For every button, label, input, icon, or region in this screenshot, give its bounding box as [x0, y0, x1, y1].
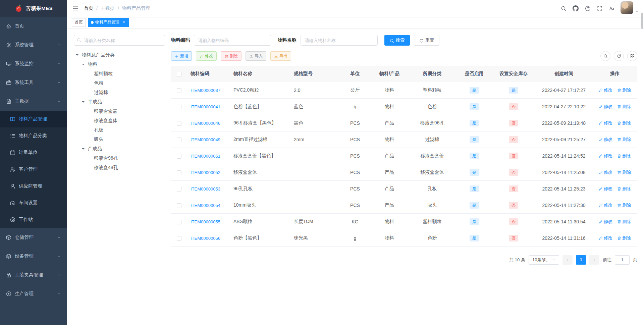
tree-node[interactable]: 半成品: [74, 97, 165, 107]
material-code-link[interactable]: ITEM00000041: [191, 104, 220, 109]
current-page-button[interactable]: 1: [576, 255, 586, 265]
row-edit-button[interactable]: 修改: [599, 137, 612, 143]
row-delete-button[interactable]: 删除: [617, 219, 631, 225]
github-link[interactable]: [570, 0, 582, 17]
row-edit-button[interactable]: 修改: [599, 186, 612, 192]
tree-node[interactable]: 塑料颗粒: [74, 69, 165, 78]
row-checkbox[interactable]: [177, 236, 181, 241]
row-edit-button[interactable]: 修改: [599, 219, 612, 225]
tree-node[interactable]: 移液盒盒体: [74, 116, 165, 125]
sidebar-item-system-tools[interactable]: 系统工具: [0, 73, 67, 92]
scrollbar-thumb[interactable]: [641, 13, 643, 29]
material-code-link[interactable]: ITEM00000046: [191, 121, 220, 126]
row-checkbox[interactable]: [177, 203, 181, 208]
category-search-input[interactable]: [74, 35, 165, 46]
fullscreen-button[interactable]: [594, 0, 606, 17]
row-delete-button[interactable]: 删除: [617, 169, 631, 175]
row-edit-button[interactable]: 修改: [599, 120, 612, 126]
row-checkbox[interactable]: [177, 138, 181, 142]
font-size-button[interactable]: [606, 0, 618, 17]
material-code-link[interactable]: ITEM00000049: [191, 137, 220, 142]
material-code-link[interactable]: ITEM00000055: [191, 219, 220, 224]
edit-button[interactable]: 修改: [196, 51, 217, 61]
row-checkbox[interactable]: [177, 105, 181, 109]
add-button[interactable]: 新增: [171, 51, 192, 61]
sidebar-item-system-management[interactable]: 系统管理: [0, 36, 67, 54]
breadcrumb-item[interactable]: 首页: [84, 5, 93, 11]
material-code-link[interactable]: ITEM00000053: [191, 186, 220, 192]
row-checkbox[interactable]: [177, 154, 181, 159]
sidebar-item-home[interactable]: 首页: [0, 17, 67, 36]
sidebar-item-material-product-category[interactable]: 物料产品分类: [0, 127, 67, 144]
tree-node[interactable]: 过滤棉: [74, 88, 165, 97]
sidebar-item-master-data[interactable]: 主数据: [0, 92, 67, 111]
next-page-button[interactable]: [589, 255, 599, 265]
prev-page-button[interactable]: [562, 255, 573, 265]
code-filter-input[interactable]: [194, 35, 271, 46]
tab-material-product-management[interactable]: 物料产品管理×: [88, 18, 129, 27]
row-delete-button[interactable]: 删除: [617, 202, 631, 208]
row-edit-button[interactable]: 修改: [599, 235, 612, 241]
sidebar-item-workstation[interactable]: 工作站: [0, 211, 67, 228]
tree-node[interactable]: 物料及产品分类: [74, 50, 165, 60]
user-menu[interactable]: [621, 1, 639, 15]
sidebar-item-fixture-management[interactable]: 工装夹具管理: [0, 266, 67, 284]
tree-node[interactable]: 移液盒盒盖: [74, 107, 165, 116]
row-delete-button[interactable]: 删除: [617, 153, 631, 159]
reset-button[interactable]: 重置: [414, 35, 439, 46]
row-checkbox[interactable]: [177, 121, 181, 126]
goto-page-input[interactable]: [615, 255, 630, 265]
tree-node[interactable]: 移液盒48孔: [74, 163, 165, 172]
tree-node[interactable]: 吸头: [74, 135, 165, 144]
row-checkbox[interactable]: [177, 170, 181, 175]
material-code-link[interactable]: ITEM00000054: [191, 203, 220, 208]
material-code-link[interactable]: ITEM00000056: [191, 236, 220, 241]
row-checkbox[interactable]: [177, 187, 181, 192]
row-delete-button[interactable]: 删除: [617, 104, 631, 110]
sidebar-item-material-product-management[interactable]: 物料产品管理: [0, 111, 67, 127]
search-button[interactable]: 搜索: [384, 35, 410, 46]
sidebar-item-supplier-management[interactable]: 供应商管理: [0, 178, 67, 195]
row-delete-button[interactable]: 删除: [617, 186, 631, 192]
tree-node[interactable]: 移液盒96孔: [74, 154, 165, 163]
export-button[interactable]: 导出: [270, 51, 291, 61]
sidebar-item-customer-management[interactable]: 客户管理: [0, 161, 67, 178]
tree-node[interactable]: 产成品: [74, 144, 165, 154]
material-code-link[interactable]: ITEM00000037: [191, 88, 220, 93]
row-edit-button[interactable]: 修改: [599, 104, 612, 110]
import-button[interactable]: 导入: [246, 51, 266, 61]
sidebar-toggle-button[interactable]: [72, 5, 78, 11]
row-delete-button[interactable]: 删除: [617, 87, 631, 93]
header-search-button[interactable]: [557, 0, 570, 17]
tab-home[interactable]: 首页: [72, 18, 86, 27]
select-all-checkbox[interactable]: [177, 72, 181, 76]
row-delete-button[interactable]: 删除: [617, 235, 631, 241]
sidebar-item-warehouse-management[interactable]: 仓储管理: [0, 228, 67, 247]
sidebar-item-equipment-management[interactable]: 设备管理: [0, 247, 67, 266]
sidebar-item-production-management[interactable]: 生产管理: [0, 284, 67, 303]
tree-node[interactable]: 色粉: [74, 78, 165, 88]
page-size-select[interactable]: 10条/页: [529, 255, 559, 265]
sidebar-item-measurement-unit[interactable]: 计量单位: [0, 144, 67, 161]
row-edit-button[interactable]: 修改: [599, 202, 612, 208]
row-edit-button[interactable]: 修改: [599, 153, 612, 159]
tree-node[interactable]: 物料: [74, 60, 165, 69]
column-settings-button[interactable]: [627, 51, 637, 61]
material-code-link[interactable]: ITEM00000052: [191, 170, 220, 175]
tree-node[interactable]: 孔板: [74, 125, 165, 135]
sidebar-item-system-monitor[interactable]: 系统监控: [0, 54, 67, 73]
name-filter-input[interactable]: [301, 35, 378, 46]
help-button[interactable]: [582, 0, 594, 17]
row-edit-button[interactable]: 修改: [599, 169, 612, 175]
delete-button[interactable]: 删除: [221, 51, 241, 61]
sidebar-item-workshop-settings[interactable]: 车间设置: [0, 195, 67, 211]
app-logo[interactable]: 苦糖果MES: [0, 0, 67, 17]
row-edit-button[interactable]: 修改: [599, 87, 612, 93]
breadcrumb-item[interactable]: 主数据: [101, 5, 115, 11]
close-tab-icon[interactable]: ×: [121, 20, 126, 25]
row-delete-button[interactable]: 删除: [617, 137, 631, 143]
row-checkbox[interactable]: [177, 220, 181, 224]
row-delete-button[interactable]: 删除: [617, 120, 631, 126]
refresh-table-button[interactable]: [614, 51, 624, 61]
toggle-search-button[interactable]: [600, 51, 610, 61]
